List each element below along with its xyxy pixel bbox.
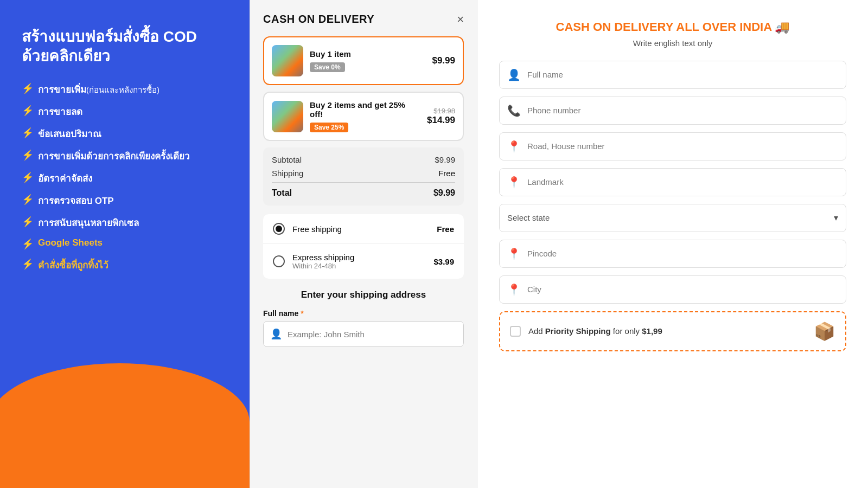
modal-header: CASH ON DELIVERY ×	[263, 13, 464, 25]
feature-text: Google Sheets	[38, 237, 103, 248]
shipping-option-free-shipping[interactable]: Free shipping Free	[263, 214, 464, 244]
current-price-buy1: $9.99	[432, 55, 455, 66]
current-price-buy2: $14.99	[427, 115, 455, 126]
shipping-info-free-shipping: Free shipping	[292, 224, 429, 234]
shipping-name-express-shipping: Express shipping	[292, 253, 426, 262]
form-input-row-landmark: 📍	[499, 168, 846, 196]
feature-text: การตรวจสอบ OTP	[38, 193, 114, 208]
product-card-buy2[interactable]: Buy 2 items and get 25% off! Save 25% $1…	[263, 92, 464, 141]
feature-item-upsell: ⚡การขายเพิ่ม(ก่อนและหลังการซื้อ)	[22, 82, 228, 97]
state-select-group: Select stateMaharashtraDelhiKarnatakaTam…	[499, 204, 846, 232]
feature-text: การขายเพิ่มด้วยการคลิกเพียงครั้งเดียว	[38, 149, 190, 163]
bolt-icon: ⚡	[22, 105, 34, 117]
radio-express-shipping[interactable]	[273, 255, 285, 267]
form-input-row-road: 📍	[499, 132, 846, 160]
product-info-buy1: Buy 1 item Save 0%	[310, 49, 425, 72]
bolt-icon: ⚡	[22, 171, 34, 183]
input-full-name[interactable]	[527, 70, 838, 79]
feature-list: ⚡การขายเพิ่ม(ก่อนและหลังการซื้อ)⚡การขายล…	[22, 82, 228, 272]
product-cards: Buy 1 item Save 0% $9.99 Buy 2 items and…	[263, 36, 464, 141]
summary-subtotal-row: Subtotal $9.99	[272, 155, 455, 164]
modal-title: CASH ON DELIVERY	[263, 13, 374, 25]
close-button[interactable]: ×	[457, 14, 464, 25]
shipping-option-express-shipping[interactable]: Express shipping Within 24-48h $3.99	[263, 244, 464, 279]
left-panel-content: สร้างแบบฟอร์มสั่งซื้อ COD ด้วยคลิกเดียว …	[22, 27, 228, 272]
field-group-city: 📍	[499, 275, 846, 304]
summary-total-row: Total $9.99	[272, 182, 455, 198]
feature-item-quantity: ⚡ข้อเสนอปริมาณ	[22, 126, 228, 141]
input-pincode[interactable]	[527, 249, 838, 258]
person-icon: 👤	[270, 328, 282, 340]
orange-blob	[0, 363, 250, 488]
radio-free-shipping[interactable]	[273, 223, 285, 235]
full-name-input-wrapper: 👤	[263, 321, 464, 347]
cod-title: CASH ON DELIVERY ALL OVER INDIA 🚚	[499, 20, 846, 35]
total-value: $9.99	[433, 188, 455, 198]
input-landmark[interactable]	[527, 177, 838, 187]
form-input-row-pincode: 📍	[499, 240, 846, 268]
subtotal-value: $9.99	[435, 155, 455, 164]
product-info-buy2: Buy 2 items and get 25% off! Save 25%	[310, 100, 420, 132]
bolt-icon: ⚡	[22, 149, 34, 161]
feature-item-downsell: ⚡การขายลด	[22, 104, 228, 119]
state-select[interactable]: Select stateMaharashtraDelhiKarnatakaTam…	[507, 213, 834, 222]
feature-text: อัตราค่าจัดส่ง	[38, 171, 92, 185]
location-icon-landmark: 📍	[507, 176, 521, 189]
product-card-buy1[interactable]: Buy 1 item Save 0% $9.99	[263, 36, 464, 85]
feature-text: การขายลด	[38, 104, 82, 119]
form-input-row-city: 📍	[499, 275, 846, 304]
state-select-row: Select stateMaharashtraDelhiKarnatakaTam…	[499, 204, 846, 232]
product-price-buy1: $9.99	[432, 55, 455, 66]
shipping-name-free-shipping: Free shipping	[292, 224, 429, 234]
feature-item-otp: ⚡การตรวจสอบ OTP	[22, 193, 228, 208]
product-image-buy1	[272, 45, 303, 76]
feature-item-shipping-rate: ⚡อัตราค่าจัดส่ง	[22, 171, 228, 185]
old-price-buy2: $19.98	[427, 107, 455, 115]
feature-item-one-click: ⚡การขายเพิ่มด้วยการคลิกเพียงครั้งเดียว	[22, 149, 228, 163]
field-group-landmark: 📍	[499, 168, 846, 196]
location-icon-pincode: 📍	[507, 247, 521, 260]
bolt-icon: ⚡	[22, 238, 34, 250]
address-section-title: Enter your shipping address	[263, 290, 464, 300]
required-asterisk: *	[301, 309, 303, 318]
right-fields: 👤 📞 📍 📍 Select stateMaharashtraDelhiKarn…	[499, 61, 846, 304]
priority-checkbox[interactable]	[510, 326, 521, 337]
feature-text: การขายเพิ่ม(ก่อนและหลังการซื้อ)	[38, 82, 159, 97]
center-panel[interactable]: CASH ON DELIVERY × Buy 1 item Save 0% $9…	[250, 0, 477, 488]
priority-shipping-icon: 📦	[814, 321, 835, 342]
phone-icon-phone: 📞	[507, 104, 521, 117]
total-label: Total	[272, 188, 292, 198]
feature-text: การสนับสนุนหลายพิกเซล	[38, 215, 139, 230]
shipping-label: Shipping	[272, 169, 303, 178]
subtotal-label: Subtotal	[272, 155, 302, 164]
bolt-icon: ⚡	[22, 127, 34, 139]
field-group-road: 📍	[499, 132, 846, 160]
product-name-buy1: Buy 1 item	[310, 49, 425, 59]
priority-shipping-box[interactable]: Add Priority Shipping for only $1,99 📦	[499, 311, 846, 351]
input-phone[interactable]	[527, 106, 838, 115]
save-badge-buy1: Save 0%	[310, 62, 345, 72]
full-name-input[interactable]	[288, 330, 457, 339]
priority-text: Add Priority Shipping for only $1,99	[528, 326, 806, 336]
order-summary: Subtotal $9.99 Shipping Free Total $9.99	[263, 147, 464, 206]
shipping-options: Free shipping Free Express shipping With…	[263, 214, 464, 279]
person-icon-full-name: 👤	[507, 68, 521, 81]
save-badge-buy2: Save 25%	[310, 123, 348, 132]
field-group-pincode: 📍	[499, 240, 846, 268]
bolt-icon: ⚡	[22, 194, 34, 206]
input-road[interactable]	[527, 142, 838, 151]
feature-text: ข้อเสนอปริมาณ	[38, 126, 101, 141]
feature-item-abandoned: ⚡คำสั่งซื้อที่ถูกทิ้งไว้	[22, 258, 228, 272]
field-group-phone: 📞	[499, 97, 846, 125]
right-panel: CASH ON DELIVERY ALL OVER INDIA 🚚 Write …	[477, 0, 868, 488]
form-input-row-phone: 📞	[499, 97, 846, 125]
input-city[interactable]	[527, 285, 838, 294]
field-group-full-name: 👤	[499, 61, 846, 89]
left-panel: สร้างแบบฟอร์มสั่งซื้อ COD ด้วยคลิกเดียว …	[0, 0, 250, 488]
summary-shipping-row: Shipping Free	[272, 169, 455, 178]
cod-subtitle: Write english text only	[499, 38, 846, 48]
shipping-price-free-shipping: Free	[437, 224, 454, 234]
feature-item-multipixel: ⚡การสนับสนุนหลายพิกเซล	[22, 215, 228, 230]
main-title: สร้างแบบฟอร์มสั่งซื้อ COD ด้วยคลิกเดียว	[22, 27, 228, 67]
shipping-price-express-shipping: $3.99	[433, 257, 454, 266]
